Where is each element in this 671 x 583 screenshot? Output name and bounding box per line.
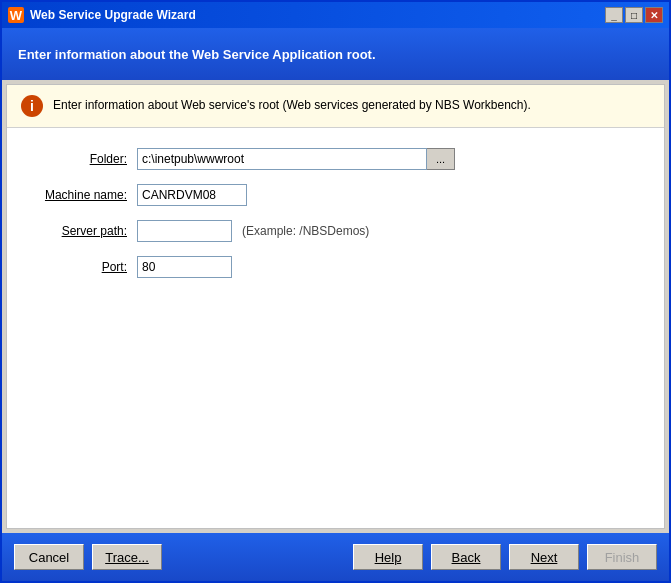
footer-right-buttons: Help Back Next Finish (353, 544, 657, 570)
help-button[interactable]: Help (353, 544, 423, 570)
port-label: Port: (37, 260, 137, 274)
folder-label: Folder: (37, 152, 137, 166)
server-path-input[interactable] (137, 220, 232, 242)
title-bar: W Web Service Upgrade Wizard _ □ ✕ (2, 2, 669, 28)
server-path-label: Server path: (37, 224, 137, 238)
title-bar-left: W Web Service Upgrade Wizard (8, 7, 196, 23)
folder-input[interactable] (137, 148, 427, 170)
window-title: Web Service Upgrade Wizard (30, 8, 196, 22)
info-text: Enter information about Web service's ro… (53, 95, 531, 114)
info-icon: i (21, 95, 43, 117)
port-input[interactable] (137, 256, 232, 278)
machine-name-input[interactable] (137, 184, 247, 206)
title-bar-controls: _ □ ✕ (605, 7, 663, 23)
header-bar: Enter information about the Web Service … (2, 28, 669, 80)
maximize-button[interactable]: □ (625, 7, 643, 23)
info-banner: i Enter information about Web service's … (7, 85, 664, 128)
server-path-hint: (Example: /NBSDemos) (242, 224, 369, 238)
close-button[interactable]: ✕ (645, 7, 663, 23)
main-window: W Web Service Upgrade Wizard _ □ ✕ Enter… (0, 0, 671, 583)
cancel-button[interactable]: Cancel (14, 544, 84, 570)
server-path-row: Server path: (Example: /NBSDemos) (37, 220, 634, 242)
trace-button[interactable]: Trace... (92, 544, 162, 570)
folder-row: Folder: ... (37, 148, 634, 170)
machine-name-row: Machine name: (37, 184, 634, 206)
footer-left-buttons: Cancel Trace... (14, 544, 162, 570)
window-icon: W (8, 7, 24, 23)
minimize-button[interactable]: _ (605, 7, 623, 23)
finish-button[interactable]: Finish (587, 544, 657, 570)
content-area: i Enter information about Web service's … (6, 84, 665, 529)
next-button[interactable]: Next (509, 544, 579, 570)
back-button[interactable]: Back (431, 544, 501, 570)
header-title: Enter information about the Web Service … (18, 47, 376, 62)
machine-name-label: Machine name: (37, 188, 137, 202)
footer-bar: Cancel Trace... Help Back Next Finish (2, 533, 669, 581)
form-area: Folder: ... Machine name: Server path: (… (7, 128, 664, 528)
browse-button[interactable]: ... (427, 148, 455, 170)
port-row: Port: (37, 256, 634, 278)
